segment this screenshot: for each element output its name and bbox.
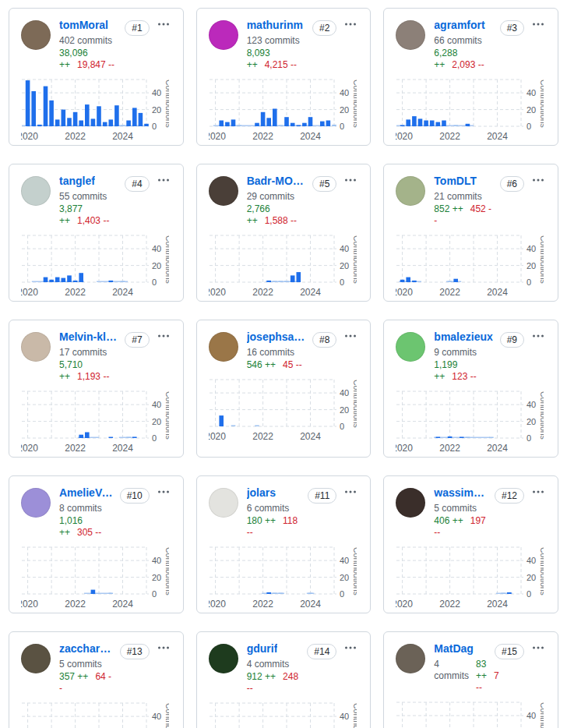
contributor-name-link[interactable]: tomMoral: [59, 19, 108, 32]
avatar[interactable]: [396, 644, 425, 673]
avatar[interactable]: [21, 20, 51, 50]
contributor-name-link[interactable]: Melvin-klein: [59, 330, 118, 344]
commit-count: 123 commits: [247, 35, 300, 46]
svg-text:40: 40: [340, 244, 349, 253]
avatar[interactable]: [396, 20, 425, 50]
contributor-card: Melvin-klein 17 commits 5,710 ++1,193 --…: [9, 320, 184, 458]
contributor-meta: wassimmazouz 5 commits 406 ++197 --: [434, 486, 488, 539]
svg-text:2020: 2020: [21, 131, 38, 142]
avatar[interactable]: [396, 488, 425, 518]
svg-text:2020: 2020: [209, 599, 226, 610]
kebab-menu-button[interactable]: [530, 175, 546, 182]
avatar[interactable]: [209, 644, 238, 673]
contributor-name-link[interactable]: tanglef: [59, 175, 95, 188]
svg-text:Contributions: Contributions: [352, 80, 357, 128]
svg-text:2022: 2022: [440, 443, 461, 454]
svg-text:Contributions: Contributions: [539, 391, 544, 440]
rank-badge: #2: [312, 20, 336, 36]
stats: 55 commits 3,877 ++1,403 --: [59, 191, 118, 227]
svg-text:2022: 2022: [440, 599, 461, 610]
svg-text:40: 40: [340, 88, 349, 97]
kebab-menu-button[interactable]: [156, 486, 171, 494]
avatar[interactable]: [21, 644, 51, 673]
rank-badge: #7: [125, 332, 149, 348]
avatar[interactable]: [209, 332, 238, 362]
svg-text:2024: 2024: [300, 431, 321, 442]
contributor-meta: tanglef 55 commits 3,877 ++1,403 --: [59, 175, 118, 227]
avatar[interactable]: [209, 488, 238, 518]
diffstat: 3,877 ++1,403 --: [59, 203, 118, 227]
kebab-menu-button[interactable]: [343, 19, 358, 27]
stats: 6 commits 180 ++118 --: [247, 503, 302, 539]
commit-count: 29 commits: [247, 191, 294, 202]
kebab-horizontal-icon: [157, 22, 170, 27]
kebab-horizontal-icon: [344, 22, 357, 27]
contributor-meta: MatDag 4 commits 83 ++7 --: [434, 642, 488, 694]
kebab-menu-button[interactable]: [530, 19, 546, 27]
card-header: mathurinm 123 commits 8,093 ++4,215 -- #…: [209, 19, 359, 71]
card-header: agramfort 66 commits 6,288 ++2,093 -- #3: [396, 19, 546, 71]
rank-badge: #4: [125, 176, 149, 192]
contributor-name-link[interactable]: MatDag: [434, 642, 474, 656]
stats: 66 commits 6,288 ++2,093 --: [434, 35, 493, 71]
kebab-menu-button[interactable]: [343, 330, 358, 338]
kebab-menu-button[interactable]: [156, 175, 171, 182]
deletions: 45 --: [283, 359, 302, 370]
additions: 852 ++: [434, 203, 463, 214]
avatar[interactable]: [21, 488, 51, 518]
kebab-menu-button[interactable]: [530, 486, 546, 494]
contributor-name-link[interactable]: gdurif: [247, 642, 278, 656]
contributions-chart: 02040202020222024Contributions: [209, 378, 359, 444]
avatar[interactable]: [396, 176, 425, 206]
kebab-horizontal-icon: [344, 489, 357, 494]
stats: 21 commits 852 ++452 --: [434, 191, 493, 227]
kebab-menu-button[interactable]: [530, 642, 546, 650]
avatar[interactable]: [21, 332, 51, 362]
svg-text:40: 40: [526, 556, 536, 565]
svg-text:2022: 2022: [252, 599, 273, 610]
card-header: MatDag 4 commits 83 ++7 -- #15: [396, 642, 546, 694]
contributor-name-link[interactable]: jolars: [247, 486, 276, 500]
additions: 912 ++: [247, 671, 276, 682]
kebab-menu-button[interactable]: [530, 330, 546, 338]
contributor-name-link[interactable]: Badr-MOUFAD: [247, 175, 306, 188]
kebab-menu-button[interactable]: [343, 486, 358, 494]
avatar[interactable]: [396, 332, 425, 362]
svg-text:Contributions: Contributions: [539, 702, 544, 728]
contributor-card: Badr-MOUFAD 29 commits 2,766 ++1,588 -- …: [196, 164, 372, 302]
contributor-name-link[interactable]: TomDLT: [434, 175, 477, 188]
diffstat: 6,288 ++2,093 --: [434, 48, 493, 71]
kebab-menu-button[interactable]: [156, 330, 171, 338]
kebab-menu-button[interactable]: [343, 642, 358, 650]
contributor-name-link[interactable]: bmalezieux: [434, 330, 492, 344]
contributor-name-link[interactable]: josephsalmon: [247, 330, 306, 344]
contributor-name-link[interactable]: wassimmazouz: [434, 486, 488, 500]
contributor-name-link[interactable]: mathurinm: [247, 19, 303, 32]
svg-text:Contributions: Contributions: [164, 547, 169, 595]
kebab-menu-button[interactable]: [156, 19, 171, 27]
stats: 8 commits 1,016 ++305 --: [59, 503, 114, 539]
kebab-horizontal-icon: [344, 645, 357, 650]
contributions-chart: 02040202020222024Contributions: [396, 78, 546, 143]
card-header: tanglef 55 commits 3,877 ++1,403 -- #4: [21, 175, 171, 227]
avatar[interactable]: [21, 176, 51, 206]
contributor-name-link[interactable]: zaccharieramzi: [59, 642, 114, 656]
kebab-menu-button[interactable]: [156, 642, 171, 650]
contributor-name-link[interactable]: AmelieVernay: [59, 486, 114, 500]
svg-text:40: 40: [526, 400, 536, 409]
deletions: 123 --: [452, 371, 476, 382]
deletions: 4,215 --: [265, 59, 297, 70]
svg-text:2024: 2024: [300, 599, 321, 610]
svg-text:20: 20: [152, 261, 161, 270]
avatar[interactable]: [209, 20, 238, 50]
svg-text:0: 0: [152, 589, 157, 599]
rank-badge: #5: [312, 176, 336, 192]
svg-text:Contributions: Contributions: [352, 380, 357, 428]
avatar[interactable]: [209, 176, 238, 206]
svg-text:2024: 2024: [487, 131, 508, 142]
card-header: Badr-MOUFAD 29 commits 2,766 ++1,588 -- …: [209, 175, 359, 227]
svg-text:2024: 2024: [112, 131, 133, 142]
contributor-name-link[interactable]: agramfort: [434, 19, 484, 32]
svg-text:2024: 2024: [112, 599, 133, 610]
kebab-menu-button[interactable]: [343, 175, 358, 182]
